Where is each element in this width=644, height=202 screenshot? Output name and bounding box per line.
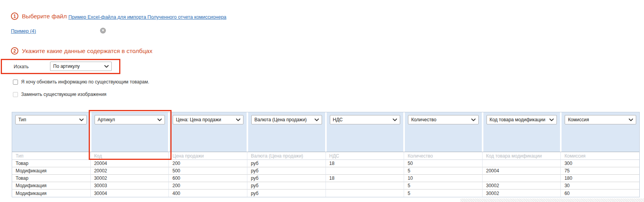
table-cell: 5 xyxy=(404,182,483,190)
chevron-down-icon xyxy=(471,119,476,121)
chevron-down-icon xyxy=(315,119,319,121)
replace-images-checkbox[interactable] xyxy=(13,92,18,97)
column-header-cell: Количество xyxy=(404,112,483,152)
table-cell xyxy=(326,167,404,175)
dropdown-selected-value: Комиссия xyxy=(568,117,589,122)
table-cell: 30003 xyxy=(91,182,169,190)
search-mode-label: Искать xyxy=(14,64,29,69)
dropdown-selected-value: Количество xyxy=(411,117,436,122)
table-cell: 20004 xyxy=(91,160,169,167)
column-mapping-dropdown[interactable]: Комиссия xyxy=(565,115,636,124)
table-cell: 30 xyxy=(561,182,639,190)
column-subheader-row: ТипКодЦена продажиВалюта (Цена продажи)Н… xyxy=(12,152,639,160)
sample-excel-file-link[interactable]: Пример Excel-файла для импорта Полученно… xyxy=(68,14,226,20)
table-cell: 10 xyxy=(404,175,483,182)
scrollbar-texture xyxy=(460,198,644,202)
column-subheader: Тип xyxy=(12,152,91,160)
table-cell: 50 xyxy=(404,160,483,167)
dropdown-selected-value: Тип xyxy=(18,117,26,122)
table-cell: 30002 xyxy=(483,190,561,197)
dropdown-selected-value: НДС xyxy=(333,117,343,122)
column-header-cell: Валюта (Цена продажи) xyxy=(247,112,326,152)
column-mapping-dropdown[interactable]: Тип xyxy=(15,115,87,124)
column-header-cell: Артикул xyxy=(91,112,169,152)
table-cell: 5 xyxy=(404,190,483,197)
column-header-cell: НДС xyxy=(326,112,404,152)
update-existing-products-label: Я хочу обновить информацию по существующ… xyxy=(21,79,149,85)
column-header-cell: Цена: Цена продажи xyxy=(169,112,247,152)
update-existing-products-row: Я хочу обновить информацию по существующ… xyxy=(13,79,149,85)
chevron-down-icon xyxy=(104,65,109,68)
column-subheader: Код товара модификации xyxy=(483,152,561,160)
step-2-title: Укажите какие данные содержатся в столбц… xyxy=(22,48,152,55)
table-row: Товар20004200руб1850300 xyxy=(12,160,639,167)
column-subheader: Количество xyxy=(404,152,483,160)
table-cell: руб xyxy=(247,182,326,190)
column-subheader: НДС xyxy=(326,152,404,160)
column-header-cell: Код товара модификации xyxy=(483,112,561,152)
step-1-number-badge: 1 xyxy=(11,12,18,20)
column-subheader: Цена продажи xyxy=(169,152,247,160)
table-cell: 200 xyxy=(169,182,247,190)
table-cell xyxy=(483,175,561,182)
table-cell: 30002 xyxy=(483,182,561,190)
column-mapping-dropdown[interactable]: Цена: Цена продажи xyxy=(173,115,243,124)
column-mapping-dropdown[interactable]: НДС xyxy=(330,115,401,124)
remove-file-icon[interactable]: ✕ xyxy=(100,28,106,34)
table-cell: 20004 xyxy=(483,167,561,175)
column-header-cell: Тип xyxy=(12,112,91,152)
column-mapping-dropdown[interactable]: Валюта (Цена продажи) xyxy=(251,115,322,124)
column-subheader: Комиссия xyxy=(561,152,639,160)
column-header-cell: Комиссия xyxy=(561,112,639,152)
chevron-down-icon xyxy=(79,119,84,121)
import-wizard-page: 1 Выберите файл Пример Excel-файла для и… xyxy=(0,0,644,202)
table-cell: 18 xyxy=(326,160,404,167)
column-subheader: Валюта (Цена продажи) xyxy=(247,152,326,160)
table-cell: Товар xyxy=(12,160,91,167)
search-mode-dropdown[interactable]: По артикулу xyxy=(50,62,112,71)
chevron-down-icon xyxy=(629,119,633,121)
step-1-header: 1 Выберите файл xyxy=(11,12,67,20)
column-mapping-dropdown[interactable]: Артикул xyxy=(95,115,165,124)
table-cell: 18 xyxy=(326,175,404,182)
table-cell: Модификация xyxy=(12,190,91,197)
chevron-down-icon xyxy=(549,119,554,121)
table-cell: 60 xyxy=(561,190,639,197)
table-row: Модификация30004400руб53000260 xyxy=(12,190,639,197)
table-cell: 400 xyxy=(169,190,247,197)
table-cell: руб xyxy=(247,190,326,197)
dropdown-selected-value: Валюта (Цена продажи) xyxy=(254,117,307,122)
table-row: Товар30002600руб1810180 xyxy=(12,175,639,182)
column-mapping-dropdown[interactable]: Код товара модификации xyxy=(487,115,557,124)
search-mode-selected-value: По артикулу xyxy=(53,64,80,69)
dropdown-selected-value: Артикул xyxy=(98,117,115,122)
column-mapping-dropdown[interactable]: Количество xyxy=(408,115,479,124)
table-cell xyxy=(326,190,404,197)
table-cell: Модификация xyxy=(12,167,91,175)
replace-images-label: Заменить существующие изображения xyxy=(21,92,106,97)
table-cell: руб xyxy=(247,175,326,182)
table-cell: 600 xyxy=(169,175,247,182)
table-cell: 180 xyxy=(561,175,639,182)
chevron-down-icon xyxy=(157,119,162,121)
uploaded-file-link[interactable]: Пример (4) xyxy=(11,28,36,34)
step-1-title: Выберите файл xyxy=(22,13,67,20)
column-subheader: Код xyxy=(91,152,169,160)
column-dropdown-row: ТипАртикулЦена: Цена продажиВалюта (Цена… xyxy=(12,112,639,152)
step-2-header: 2 Укажите какие данные содержатся в стол… xyxy=(11,47,152,55)
replace-images-row: Заменить существующие изображения xyxy=(13,92,106,97)
table-cell: 200 xyxy=(169,160,247,167)
table-row: Модификация20002500руб52000475 xyxy=(12,167,639,175)
table-cell: Товар xyxy=(12,175,91,182)
table-cell: 20002 xyxy=(91,167,169,175)
table-cell: 30002 xyxy=(91,175,169,182)
table-cell: Модификация xyxy=(12,182,91,190)
table-cell: 75 xyxy=(561,167,639,175)
table-cell: 300 xyxy=(561,160,639,167)
update-existing-products-checkbox[interactable] xyxy=(13,80,18,85)
table-cell: 5 xyxy=(404,167,483,175)
table-cell: 30004 xyxy=(91,190,169,197)
dropdown-selected-value: Код товара модификации xyxy=(490,117,546,122)
table-cell xyxy=(483,160,561,167)
table-cell: руб xyxy=(247,160,326,167)
